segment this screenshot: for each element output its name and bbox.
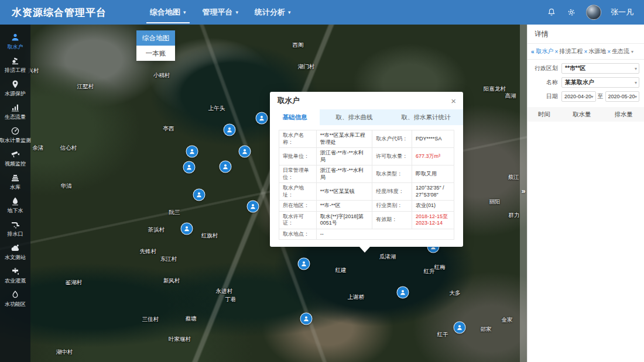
sidebar-item-video-monitor[interactable]: 视频监控	[0, 150, 30, 168]
person-icon	[186, 162, 193, 173]
panel-tab-water-source[interactable]: 水源地 ×	[588, 47, 611, 56]
panel-collapse-strip: »	[520, 25, 527, 362]
sidebar-item-water-user[interactable]: 取水户	[0, 33, 30, 51]
map-place-label: 丽阳	[489, 198, 501, 206]
field-label: 取水户代码：	[372, 130, 412, 148]
map-place-label: 蔡塘	[186, 315, 197, 323]
pump-icon	[11, 56, 20, 65]
field-label: 经度/纬度：	[372, 183, 412, 201]
dropdown-item-map[interactable]: 综合地图	[136, 30, 175, 46]
sidebar-item-agri-irrigation[interactable]: 农业灌溉	[0, 267, 30, 285]
tab-intake-discharge-curve[interactable]: 取、排水曲线	[320, 109, 389, 125]
water-user-map-marker[interactable]	[224, 124, 236, 136]
table-row: 取水地点： --	[279, 229, 454, 240]
sidebar-item-drainage-project[interactable]: 排涝工程	[0, 56, 30, 74]
map-place-label: 上谢桥	[348, 294, 365, 301]
water-user-map-marker[interactable]	[183, 161, 196, 174]
sidebar-item-eco-flow[interactable]: 生态流量	[0, 103, 30, 121]
nav-item-management[interactable]: 管理平台 ▾	[194, 0, 247, 25]
region-select[interactable]: **市**区 ▾	[561, 63, 639, 74]
map-place-label: 瓜渚湖	[379, 253, 396, 261]
panel-tab-water-user[interactable]: 取水户 ×	[536, 47, 559, 56]
map-place-label: 信心村	[60, 144, 77, 152]
field-label: 日常管理单位：	[279, 166, 317, 183]
faucet-icon	[11, 267, 20, 276]
gear-icon[interactable]	[566, 7, 577, 18]
app-window: 兴村 小稍村 江墅村 西阁 潮门村 上午头 亭西 余渚 信心村 华清 阳嘉龙村 …	[0, 0, 644, 362]
dropdown-item-ledger[interactable]: 一本账	[136, 46, 175, 61]
map-place-label: 余渚	[33, 144, 44, 152]
field-value: 取水(**)字[2018]第0051号	[316, 211, 372, 229]
popup-body: 取水户名称： **市**区某水库工程管理处 取水户代码： PDY****SA 审…	[270, 125, 463, 247]
water-user-map-marker[interactable]	[239, 146, 251, 158]
water-user-map-marker[interactable]	[247, 201, 259, 213]
map-place-label: 阮三	[169, 209, 180, 216]
field-label: 取水户地址：	[279, 183, 317, 201]
water-user-map-marker[interactable]	[181, 223, 193, 235]
popup-pointer-arrow	[359, 247, 370, 253]
detail-panel: 详情 « 取水户 × 排涝工程 × 水源地 × 生态流 ▾ 行政区划 **市	[527, 25, 644, 362]
sidebar-item-groundwater[interactable]: 地下水	[0, 196, 30, 215]
person-icon	[189, 146, 196, 157]
date-from-picker[interactable]: 2020-04-20 ▾	[561, 91, 596, 102]
table-row: 审批单位： 浙江省-**市-**水利局 许可取水量： 677.3万m³	[279, 148, 454, 166]
sidebar-item-water-source-protection[interactable]: 水源保护	[0, 80, 30, 98]
nav-item-map[interactable]: 综合地图 ▾	[142, 0, 194, 25]
close-icon[interactable]: ×	[555, 49, 559, 55]
caret-down-icon: ▾	[591, 92, 593, 102]
field-value: 浙江省-**市-**水利局	[316, 148, 372, 166]
field-value: 浙江省-**市-**水利局	[316, 166, 372, 183]
water-user-map-marker[interactable]	[298, 258, 310, 270]
caret-down-icon: ▾	[635, 92, 637, 102]
field-value: **市-**区	[316, 201, 372, 212]
field-label: 取水户名称：	[279, 130, 317, 148]
water-user-map-marker[interactable]	[397, 287, 409, 299]
tab-basic-info[interactable]: 基础信息	[270, 109, 320, 125]
person-icon	[259, 113, 265, 123]
nav-item-statistics[interactable]: 统计分析 ▾	[246, 0, 299, 25]
map-place-label: 永进村	[216, 288, 233, 295]
water-user-map-marker[interactable]	[220, 161, 232, 173]
column-header-time: 时间	[527, 111, 560, 119]
tabs-scroll-left-icon[interactable]: «	[531, 49, 535, 55]
map-place-label: 群力	[509, 212, 520, 219]
map-place-label: 鉴湖村	[66, 279, 83, 287]
close-icon[interactable]: ×	[451, 96, 456, 105]
user-name: 张一凡	[611, 7, 633, 18]
water-user-map-marker[interactable]	[454, 322, 466, 334]
field-value: 即取又用	[412, 166, 454, 183]
person-icon	[196, 189, 203, 200]
column-header-intake: 取水量	[560, 111, 603, 119]
water-user-map-marker[interactable]	[256, 112, 268, 125]
panel-tab-eco-flow[interactable]: 生态流 ▾	[612, 47, 633, 56]
date-to-picker[interactable]: 2020-05-20 ▾	[605, 91, 640, 102]
topbar-right: 张一凡	[546, 0, 633, 25]
tab-cumulative-statistics[interactable]: 取、排水累计统计	[389, 109, 463, 125]
sidebar-item-water-function-zone[interactable]: 水功能区	[0, 290, 30, 308]
bell-icon[interactable]	[546, 7, 557, 18]
field-value: PDY****SA	[412, 130, 454, 148]
map-place-label: 潮中村	[56, 349, 73, 356]
field-value-permitted-volume: 677.3万m³	[412, 148, 454, 166]
bar-chart-icon	[11, 103, 20, 112]
panel-tab-drainage-project[interactable]: 排涝工程 ×	[559, 47, 587, 56]
close-icon[interactable]: ×	[584, 49, 587, 55]
collapse-right-icon[interactable]: »	[520, 187, 527, 195]
popup-tabs: 基础信息 取、排水曲线 取、排水累计统计	[270, 109, 463, 125]
sidebar-item-outfall[interactable]: 排水口	[0, 220, 30, 238]
field-value: 农业(01)	[412, 201, 454, 212]
sidebar-item-water-metering[interactable]: 取水计量监测	[0, 126, 30, 144]
name-select[interactable]: 某某取水户 ▾	[561, 77, 639, 88]
user-avatar[interactable]	[586, 5, 601, 20]
field-label: 有效期：	[372, 211, 412, 229]
main-nav: 综合地图 ▾ 管理平台 ▾ 统计分析 ▾	[142, 0, 299, 25]
table-row: 取水许可证： 取水(**)字[2018]第0051号 有效期： 2018-12-…	[279, 211, 454, 229]
water-user-map-marker[interactable]	[193, 189, 205, 201]
water-user-map-marker[interactable]	[186, 146, 198, 158]
location-pin-icon	[11, 80, 20, 89]
column-header-discharge: 排水量	[603, 111, 644, 119]
sidebar-item-reservoir[interactable]: 水库	[0, 173, 30, 191]
sidebar-item-hydrology-station[interactable]: 水文测站	[0, 243, 30, 261]
close-icon[interactable]: ×	[607, 49, 611, 55]
water-user-map-marker[interactable]	[300, 313, 313, 325]
